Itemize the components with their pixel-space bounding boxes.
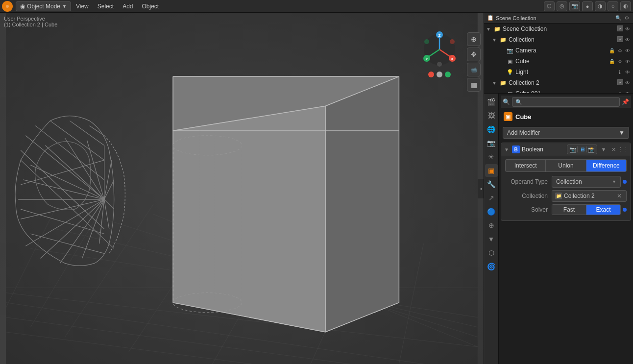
prop-particles-icon[interactable]: ↗ <box>485 192 498 204</box>
mod-dropdown-icon[interactable]: ▼ <box>599 145 608 154</box>
menu-object[interactable]: Object <box>138 2 163 11</box>
cube001-eye-icon[interactable]: 👁 <box>624 90 631 94</box>
bool-ops-row: Intersect Union Difference <box>505 159 627 172</box>
collection-clear-btn[interactable]: ✕ <box>615 192 623 200</box>
modifier-expand-icon[interactable]: ▼ <box>504 147 510 152</box>
operand-type-dropdown[interactable]: Collection ▼ <box>552 176 621 188</box>
expand-collection2[interactable]: ▼ <box>492 80 498 86</box>
cube-restrict-icon[interactable]: 🔒 <box>609 58 615 65</box>
svg-text:X: X <box>451 57 454 61</box>
collection2-icon: 📁 <box>499 79 507 87</box>
mod-render-icon[interactable]: 🖥 <box>578 145 586 154</box>
shading-mode2-icon[interactable]: ◑ <box>595 1 606 11</box>
shading-mode4-icon[interactable]: ◐ <box>620 1 631 11</box>
viewport-3d[interactable]: User Perspective (1) Collection 2 | Cube… <box>0 13 484 364</box>
cursor-tool[interactable]: ⊕ <box>467 32 481 46</box>
render-icon[interactable]: 📷 <box>569 1 580 11</box>
mod-edit-icon[interactable]: 📸 <box>587 145 596 154</box>
modifier-header: ▼ B Boolean 📷 🖥 📸 ▼ <box>501 143 631 156</box>
prop-shading-icon[interactable]: 🌀 <box>485 260 498 273</box>
light-eye-icon[interactable]: 👁 <box>624 69 631 75</box>
properties-panel: 🎬 🖼 🌐 📷 ☀ ▣ 🔧 ↗ 🔵 ⊕ ▼ ⬡ 🌀 🔍 <box>484 94 633 364</box>
exact-button[interactable]: Exact <box>586 205 620 215</box>
col-checkbox[interactable]: ✓ <box>617 36 623 42</box>
outliner-header: 📋 Scene Collection 🔍 ⚙ <box>484 13 633 24</box>
top-menu: View Select Add Object <box>72 2 163 11</box>
outliner-item-cube[interactable]: ▶ ▣ Cube 🔒 ⚙ 👁 <box>484 56 633 67</box>
collection-value-btn[interactable]: 📁 Collection 2 ✕ <box>552 190 627 202</box>
prop-data-icon[interactable]: ▼ <box>485 233 498 245</box>
camera-label: Camera <box>515 47 609 54</box>
prop-constraints-icon[interactable]: ⊕ <box>485 219 498 232</box>
cam-restrict-icon[interactable]: 🔒 <box>609 47 615 54</box>
light-info-icon[interactable]: ℹ <box>616 69 623 75</box>
svg-marker-47 <box>325 76 399 332</box>
object-mode-selector[interactable]: ◉ Object Mode ▼ <box>16 1 71 11</box>
cube-label: Cube <box>515 58 609 65</box>
camera-tool[interactable]: 📹 <box>467 63 481 76</box>
solver-row: Solver Fast Exact <box>505 204 627 215</box>
menu-select[interactable]: Select <box>94 2 118 11</box>
mod-realtime-icon[interactable]: 📷 <box>568 145 577 154</box>
col2-eye-icon[interactable]: 👁 <box>624 79 631 86</box>
scene-col-checkbox[interactable]: ✓ <box>617 25 623 31</box>
prop-view-layer-icon[interactable]: 🌐 <box>485 123 498 136</box>
col2-checkbox[interactable]: ✓ <box>617 79 623 85</box>
scene-col-eye-icon[interactable]: 👁 <box>624 25 631 32</box>
topbar-right: ⬡ ◎ 📷 ● ◑ ○ ◐ <box>544 1 631 11</box>
outliner-item-collection[interactable]: ▼ 📁 Collection ✓ 👁 <box>484 34 633 45</box>
prop-scene-icon[interactable]: 📷 <box>485 137 498 149</box>
cube001-filter-icon[interactable]: ⚙ <box>616 90 623 94</box>
mod-close-icon[interactable]: ✕ <box>609 145 618 154</box>
prop-world-icon[interactable]: ☀ <box>485 150 498 163</box>
panel-collapse-btn[interactable]: ◂ <box>478 179 484 198</box>
fast-button[interactable]: Fast <box>552 205 586 215</box>
collection-row: Collection 📁 Collection 2 ✕ <box>505 190 627 202</box>
prop-material-icon[interactable]: ⬡ <box>485 246 498 259</box>
intersect-button[interactable]: Intersect <box>506 160 546 171</box>
viewport-gizmo[interactable]: Z X Y <box>420 30 459 77</box>
prop-modifier-icon[interactable]: 🔧 <box>485 178 498 191</box>
viewport-canvas[interactable]: User Perspective (1) Collection 2 | Cube… <box>0 13 484 364</box>
outliner-item-cube001[interactable]: ▶ ▣ Cube.001 ⚙ 👁 <box>484 88 633 94</box>
expand-scene-col[interactable]: ▼ <box>486 26 492 32</box>
outliner-filter-icon[interactable]: ⚙ <box>623 15 630 22</box>
expand-collection[interactable]: ▼ <box>492 37 498 43</box>
menu-view[interactable]: View <box>72 2 93 11</box>
col-eye-icon[interactable]: 👁 <box>624 36 631 43</box>
menu-add[interactable]: Add <box>119 2 137 11</box>
difference-button[interactable]: Difference <box>586 160 626 171</box>
outliner-title: Scene Collection <box>496 15 536 21</box>
outliner-search-icon[interactable]: 🔍 <box>615 15 622 22</box>
outliner-item-light[interactable]: ▶ 💡 Light ℹ 👁 <box>484 67 633 77</box>
outliner-item-camera[interactable]: ▶ 📷 Camera 🔒 ⚙ 👁 <box>484 45 633 56</box>
mod-menu-icon[interactable]: ⋮⋮ <box>619 145 628 154</box>
mode-label: Object Mode <box>27 3 60 10</box>
props-search-input[interactable] <box>512 97 620 107</box>
shading-mode3-icon[interactable]: ○ <box>608 1 618 11</box>
union-button[interactable]: Union <box>546 160 586 171</box>
add-modifier-dropdown-icon: ▼ <box>619 129 625 136</box>
outliner-item-scene-collection[interactable]: ▼ 📁 Scene Collection ✓ 👁 <box>484 24 633 34</box>
cam-filter-icon[interactable]: ⚙ <box>616 47 623 54</box>
prop-render-icon[interactable]: 🎬 <box>485 96 498 108</box>
modifier-body: Intersect Union Difference Operand Type … <box>501 156 631 220</box>
breadcrumb: (1) Collection 2 | Cube <box>4 22 57 27</box>
pin-icon[interactable]: 📌 <box>622 98 629 105</box>
cube-eye-icon[interactable]: 👁 <box>624 58 631 65</box>
cube-filter-icon[interactable]: ⚙ <box>616 58 623 65</box>
shading-mode-icon[interactable]: ● <box>582 1 593 11</box>
prop-physics-icon[interactable]: 🔵 <box>485 205 498 218</box>
viewport-tools: ⊕ ✥ 📹 ▦ <box>467 32 481 92</box>
cam-eye-icon[interactable]: 👁 <box>624 47 631 54</box>
outliner-item-collection2[interactable]: ▼ 📁 Collection 2 ✓ 👁 <box>484 77 633 88</box>
move-tool[interactable]: ✥ <box>467 48 481 61</box>
grid-tool[interactable]: ▦ <box>467 78 481 92</box>
scene-svg <box>0 13 484 364</box>
overlay-icon[interactable]: ◎ <box>557 1 567 11</box>
prop-object-icon[interactable]: ▣ <box>485 164 498 177</box>
add-modifier-button[interactable]: Add Modifier ▼ <box>503 127 629 139</box>
prop-output-icon[interactable]: 🖼 <box>485 109 498 122</box>
collection-value-text: Collection 2 <box>564 193 595 199</box>
viewport-shading-icon[interactable]: ⬡ <box>544 1 555 11</box>
